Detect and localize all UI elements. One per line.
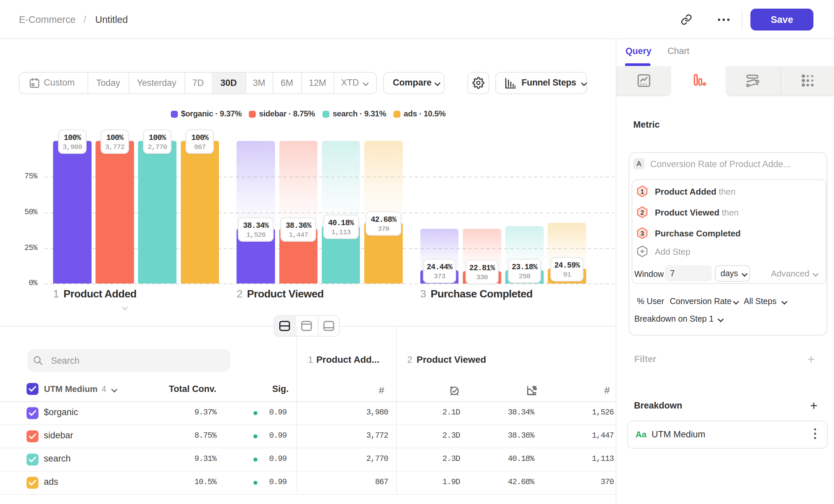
svg-text:2: 2 xyxy=(641,209,644,216)
svg-text:3: 3 xyxy=(641,230,644,237)
svg-text:1: 1 xyxy=(641,188,644,195)
